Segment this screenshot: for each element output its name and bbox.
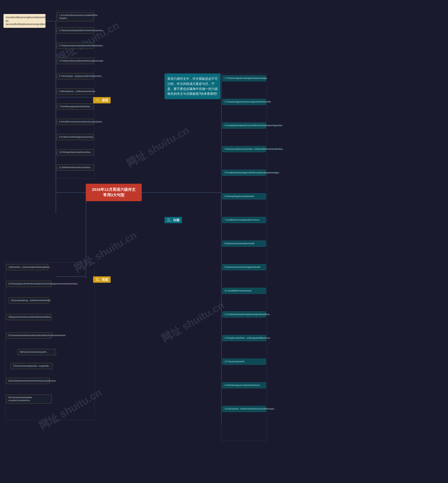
er-item-14: 14.WonderingasAis,ithasitsdrawbacks.	[222, 382, 266, 388]
yi-item-5: 5.Thechangein...largelyresultsfromthefac…	[57, 73, 94, 79]
san-item-3: 3)Somepeoplesay...,butitdoesnotholdwater…	[9, 297, 49, 303]
section-label-yi-text: 一、原因	[96, 98, 108, 102]
san-item-1: 1)Itistruethat...,butonevitalpointisbein…	[6, 264, 48, 270]
er-item-12: 12.Peopleusedtothink...,butthingsarediff…	[222, 335, 266, 341]
san-item-2: 2)Thereisagrainoftruthinthesestatements,…	[6, 281, 52, 287]
yi-item-9: 9.Anothercontributingfactor(cause)is...	[57, 134, 94, 140]
watermark-4: 网址 shuitu.cn	[159, 298, 227, 346]
yi-item-8: 8.Oneofthemostcommonfactors(causes)istha…	[57, 119, 94, 125]
er-item-5: 5.Forallthedisadvantages,ithasitscompens…	[222, 170, 266, 176]
san-item-4: 4)Manyofushavebeenundertheillusionthatth…	[6, 314, 52, 320]
section-label-er: 二、比较	[165, 217, 182, 223]
yi-item-3: 3.Thephenomenonmainlystemsfromthefacttha…	[57, 43, 94, 49]
connector-er-h	[142, 192, 221, 193]
san-item-5: 5)Acloseexaminationwouldrevealhowridicul…	[6, 332, 52, 339]
yi-item-11: 11.Butthefundamentalcauseisthat	[57, 165, 94, 171]
san-item-8: 8)Suchastatementmainlyrestsontheassumpti…	[6, 378, 50, 384]
yi-item-2: 2.Theanswertothisprobleminvolvesmanyfact…	[57, 27, 94, 34]
er-item-8: 8.AbearssomeresemblancestoB.	[222, 241, 266, 247]
san-item-9: 9)Contrarytowhatiswidely accepted.Imaint…	[6, 395, 52, 404]
san-item-7: 7)Toomuchstressplacedon...mayleadto...	[10, 363, 53, 369]
yi-item-6: 6.Wemayblame...,buttherealcausesare...	[57, 88, 94, 95]
er-item-6: 6.Likeanythingelse,ithasitsfaults.	[222, 193, 266, 199]
er-item-13: 13.Thesameistrueofb.	[222, 359, 266, 365]
er-item-15: 15.ItistruethatA...butthechieffaults(obv…	[222, 406, 266, 412]
er-item-4: 4.Itisreasonabletomaintainthat...butitwo…	[222, 146, 266, 152]
info-box-text: 英语六级作文中，作文模板是必不可少的。作文的组成元素是句式，于是，要不要也在脑海…	[167, 77, 218, 95]
er-item-2: 2.TheadvantagesofAaremuchgreaterthanhose…	[222, 99, 266, 105]
section-label-er-text: 二、比较	[167, 218, 180, 222]
yi-item-4: 4.Thefactorsthatcontributetothissituatio…	[57, 58, 94, 64]
section-label-yi: 一、原因	[93, 97, 111, 103]
yi-item-10: 10.Perhapstheprimaryfactoristhat...	[57, 149, 94, 155]
watermark-2: 网址 shuitu.cn	[124, 123, 192, 171]
er-item-10: 10.AandBdifferinseveralways.	[222, 288, 266, 294]
er-item-11: 11.Evidently,ithasbothnegativeandpositiv…	[222, 311, 266, 317]
er-item-1: 1.Theadvantagefaroutweighthedisadvantage…	[222, 75, 266, 81]
section-label-san-text: 三、批驳	[96, 278, 108, 281]
san-item-6: 6)Itmakesnosensetoarguefor...	[17, 349, 56, 355]
er-item-9: 9.However,thesameisnotapplicabletoB.	[222, 264, 266, 270]
yi-item-1: 1.Anumberoffactorsareaccountableforthis …	[57, 12, 94, 21]
root-node: Anumberoffactorsmightcontributeto(lead t…	[3, 14, 46, 28]
center-title-text: 2016年12月英语六级作文 常用3大句型	[92, 187, 136, 198]
root-node-text: Anumberoffactorsmightcontributeto(lead t…	[6, 16, 49, 25]
center-title: 2016年12月英语六级作文 常用3大句型	[86, 184, 142, 201]
info-box: 英语六级作文中，作文模板是必不可少的。作文的组成元素是句式，于是，要不要也在脑海…	[165, 73, 221, 99]
er-item-7: 7.AandBhaveseveralpointsincommon.	[222, 217, 266, 223]
connector-root-h	[46, 21, 56, 21]
er-item-3: 3.AmaybepreferabletoB,butAsuffersfromthe…	[222, 122, 266, 129]
section-label-san: 三、批驳	[93, 277, 111, 283]
yi-item-7: 7.Partoftheexplanationsforitisthat...	[57, 103, 94, 110]
connector-title-h	[56, 192, 86, 193]
main-container: 网址 shuitu.cn 网址 shuitu.cn 网址 shuitu.cn 网…	[0, 0, 448, 483]
